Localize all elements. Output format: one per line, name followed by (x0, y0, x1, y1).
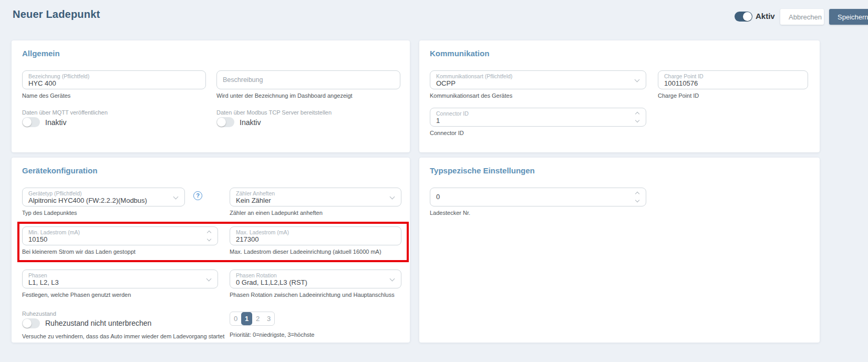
beschreibung-field[interactable] (216, 70, 400, 89)
new-chargepoint-page: Neuer Ladepunkt Aktiv Abbrechen Speicher… (0, 0, 868, 362)
ruhezustand-toggle[interactable] (22, 318, 40, 328)
charge-point-id-input[interactable] (664, 79, 792, 88)
phasen-rotation-value: 0 Grad, L1,L2,L3 (RST) (236, 278, 385, 287)
phasen-rotation-label: Phasen Rotation (236, 272, 385, 278)
mqtt-toggle-label: Daten über MQTT veröffentlichen (22, 109, 108, 116)
geraetetyp-helper: Typ des Ladepunktes (22, 210, 77, 216)
charge-point-id-helper: Charge Point ID (658, 92, 699, 99)
card-geraetekonfiguration: Gerätekonfiguration Gerätetyp (Pflichtfe… (12, 158, 410, 343)
page-title: Neuer Ladepunkt (13, 8, 100, 20)
charge-point-id-field[interactable]: Charge Point ID (658, 70, 808, 89)
chevron-down-icon (390, 276, 395, 282)
phasen-select[interactable]: Phasen L1, L2, L3 (22, 270, 218, 288)
spinner-down-icon[interactable] (207, 237, 211, 241)
beschreibung-input[interactable] (223, 76, 384, 84)
card-geraetekonfiguration-title: Gerätekonfiguration (22, 166, 97, 175)
kommunikationsart-value: OCPP (436, 79, 630, 88)
kommunikationsart-select[interactable]: Kommunikationsart (Pflichtfeld) OCPP (430, 70, 646, 89)
card-allgemein-title: Allgemein (22, 49, 60, 58)
zaehler-value: Kein Zähler (236, 196, 385, 205)
active-toggle-label: Aktiv (756, 12, 775, 20)
ruhezustand-helper: Versuche zu verhindern, dass das Auto im… (22, 333, 224, 339)
zaehler-select[interactable]: Zähler Anheften Kein Zähler (230, 188, 401, 206)
max-ladestrom-input[interactable] (236, 235, 385, 244)
ruhezustand-state: Ruhezustand nicht unterbrechen (45, 319, 151, 327)
active-toggle[interactable] (735, 12, 752, 22)
modbus-toggle-state: Inaktiv (240, 118, 261, 127)
kommunikationsart-label: Kommunikationsart (Pflichtfeld) (436, 73, 630, 79)
spinner-up-icon[interactable] (635, 192, 639, 196)
toggle-knob-icon (217, 118, 226, 127)
save-button[interactable]: Speichern (829, 9, 868, 25)
connector-id-helper: Connector ID (430, 130, 464, 136)
bezeichnung-helper: Name des Gerätes (22, 92, 70, 99)
max-ladestrom-label: Max. Ladestrom (mA) (236, 229, 385, 235)
min-ladestrom-input[interactable] (28, 235, 202, 244)
zaehler-helper: Zähler an einen Ladepunkt anheften (230, 210, 323, 216)
spinner-down-icon[interactable] (635, 118, 639, 122)
prioritaet-option-3[interactable]: 3 (263, 312, 274, 325)
chevron-down-icon (173, 194, 179, 200)
modbus-toggle[interactable] (216, 117, 234, 127)
prioritaet-option-0[interactable]: 0 (230, 312, 241, 325)
bezeichnung-input[interactable] (28, 79, 190, 88)
spinner-down-icon[interactable] (635, 198, 639, 202)
card-kommunikation: Kommunikation Kommunikationsart (Pflicht… (419, 40, 820, 152)
phasen-label: Phasen (28, 272, 202, 278)
modbus-toggle-label: Daten über Modbus TCP Server bereitstell… (216, 109, 332, 116)
bezeichnung-field[interactable]: Bezeichnung (Pflichtfeld) (22, 70, 206, 89)
prioritaet-option-2[interactable]: 2 (252, 312, 263, 325)
ladestecker-field[interactable] (430, 188, 646, 206)
connector-id-input[interactable] (436, 117, 630, 125)
min-ladestrom-label: Min. Ladestrom (mA) (28, 229, 202, 235)
geraetetyp-select[interactable]: Gerätetyp (Pflichtfeld) Alpitronic HYC40… (22, 188, 185, 206)
geraetetyp-label: Gerätetyp (Pflichtfeld) (28, 190, 169, 196)
phasen-helper: Festlegen, welche Phasen genutzt werden (22, 292, 131, 298)
card-typspezifisch: Typspezische Einstellungen Ladestecker N… (419, 158, 820, 343)
ladestecker-helper: Ladestecker Nr. (430, 210, 470, 216)
help-icon[interactable]: ? (193, 191, 202, 200)
toggle-knob-icon (23, 319, 32, 328)
mqtt-toggle-state: Inaktiv (45, 118, 66, 127)
spinner-up-icon[interactable] (207, 231, 211, 235)
ladestecker-input[interactable] (436, 193, 630, 201)
card-typspezifisch-title: Typspezische Einstellungen (430, 166, 535, 175)
connector-id-label: Connector ID (436, 110, 630, 117)
min-ladestrom-field[interactable]: Min. Ladestrom (mA) (22, 226, 218, 245)
min-ladestrom-helper: Bei kleinerem Strom wir das Laden gestop… (22, 249, 136, 255)
prioritaet-helper: Priorität: 0=niedrigste, 3=höchste (230, 332, 314, 338)
beschreibung-helper: Wird unter der Bezeichnung im Dashboard … (216, 92, 353, 99)
card-allgemein: Allgemein Bezeichnung (Pflichtfeld) Name… (12, 40, 410, 152)
geraetetyp-value: Alpitronic HYC400 (FW:2.2.2)(Modbus) (28, 196, 169, 205)
chevron-down-icon (635, 77, 640, 82)
connector-id-field[interactable]: Connector ID (430, 108, 646, 127)
max-ladestrom-helper: Max. Ladestrom dieser Ladeeinrichtung (a… (230, 249, 381, 255)
phasen-value: L1, L2, L3 (28, 278, 202, 287)
toggle-knob-icon (23, 118, 32, 127)
chevron-down-icon (390, 194, 395, 200)
prioritaet-segmented-control: 0 1 2 3 (230, 312, 275, 326)
charge-point-id-label: Charge Point ID (664, 73, 792, 79)
phasen-rotation-helper: Phasen Rotation zwischen Ladeeinrichtung… (230, 292, 395, 298)
phasen-rotation-select[interactable]: Phasen Rotation 0 Grad, L1,L2,L3 (RST) (230, 270, 401, 288)
mqtt-toggle[interactable] (22, 117, 40, 127)
spinner-up-icon[interactable] (635, 112, 639, 116)
ruhezustand-label: Ruhezustand (22, 311, 56, 317)
cancel-button[interactable]: Abbrechen (780, 9, 824, 25)
kommunikationsart-helper: Kommunikationsart des Gerätes (430, 92, 512, 99)
chevron-down-icon (206, 276, 212, 282)
prioritaet-option-1[interactable]: 1 (241, 312, 252, 325)
max-ladestrom-field[interactable]: Max. Ladestrom (mA) (230, 226, 401, 245)
bezeichnung-label: Bezeichnung (Pflichtfeld) (28, 73, 190, 79)
zaehler-label: Zähler Anheften (236, 190, 385, 196)
toggle-knob-icon (743, 12, 752, 21)
card-kommunikation-title: Kommunikation (430, 49, 489, 58)
